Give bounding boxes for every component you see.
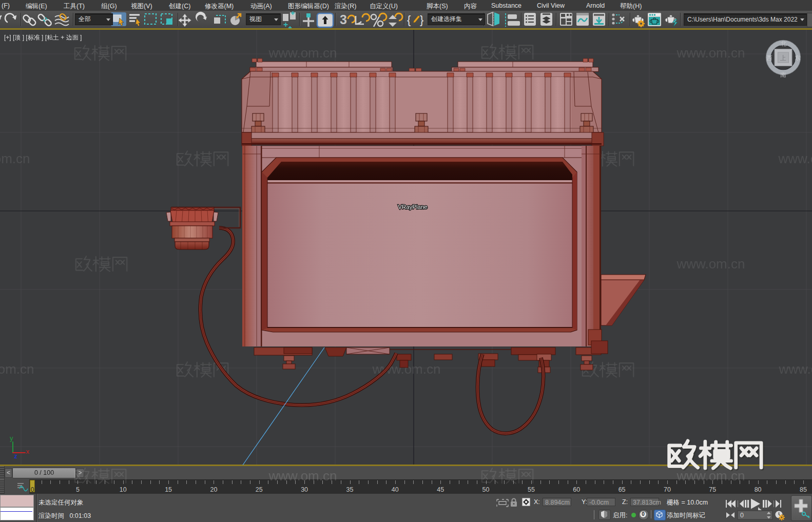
svg-text:0: 0 (740, 512, 744, 519)
svg-text:西: 西 (766, 55, 772, 61)
svg-text:上: 上 (780, 54, 786, 62)
svg-text:www.om.cn: www.om.cn (779, 361, 812, 377)
svg-text:z: z (14, 452, 17, 460)
svg-text:南: 南 (780, 72, 786, 78)
svg-text:x: x (26, 448, 30, 455)
svg-text:VRayPlane: VRayPlane (398, 204, 428, 210)
svg-text:www.om.cn: www.om.cn (778, 151, 812, 166)
svg-text:www.om.cn: www.om.cn (676, 45, 745, 61)
svg-text:北: 北 (780, 41, 786, 47)
svg-text:www.om.cn: www.om.cn (676, 256, 745, 272)
svg-text:www.om.cn: www.om.cn (0, 361, 34, 377)
svg-text:y: y (10, 434, 13, 442)
svg-text:www.om.cn: www.om.cn (0, 151, 30, 166)
svg-text:www.om.cn: www.om.cn (268, 45, 337, 61)
svg-text:东: 东 (795, 55, 801, 61)
